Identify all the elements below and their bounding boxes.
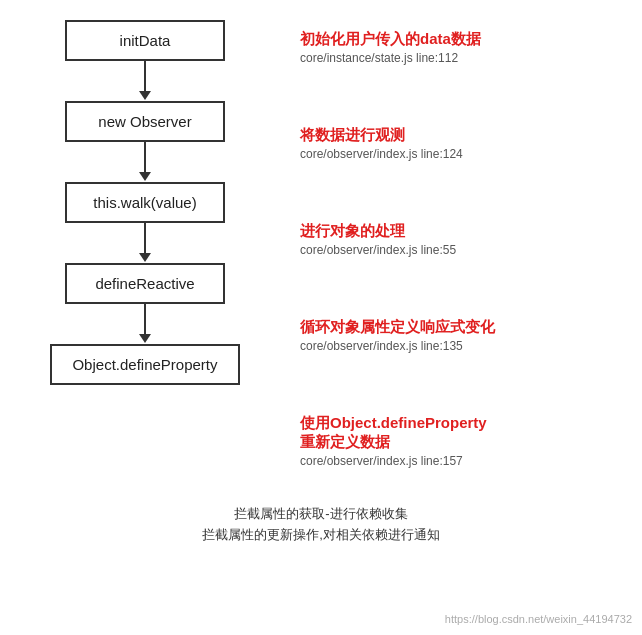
annotation-4-path: core/observer/index.js line:135 xyxy=(300,339,632,353)
annotation-5: 使用Object.defineProperty 重新定义数据 core/obse… xyxy=(300,414,632,484)
diagram-container: initData new Observer this.walk(value) d… xyxy=(0,0,642,494)
box-initData: initData xyxy=(65,20,225,61)
annotation-4-title: 循环对象属性定义响应式变化 xyxy=(300,318,632,337)
annotation-2: 将数据进行观测 core/observer/index.js line:124 xyxy=(300,126,632,182)
spacer-1 xyxy=(300,86,632,126)
bottom-note-2: 拦截属性的更新操作,对相关依赖进行通知 xyxy=(20,525,622,546)
spacer-4 xyxy=(300,374,632,414)
annotation-5-path: core/observer/index.js line:157 xyxy=(300,454,632,468)
arrow-3 xyxy=(139,223,151,263)
annotation-1-path: core/instance/state.js line:112 xyxy=(300,51,632,65)
annotation-1: 初始化用户传入的data数据 core/instance/state.js li… xyxy=(300,30,632,86)
box-defineProperty: Object.defineProperty xyxy=(50,344,239,385)
annotation-2-title: 将数据进行观测 xyxy=(300,126,632,145)
annotation-3: 进行对象的处理 core/observer/index.js line:55 xyxy=(300,222,632,278)
annotation-5-title: 使用Object.defineProperty 重新定义数据 xyxy=(300,414,632,452)
annotation-3-path: core/observer/index.js line:55 xyxy=(300,243,632,257)
arrow-4 xyxy=(139,304,151,344)
flow-column: initData new Observer this.walk(value) d… xyxy=(10,20,280,484)
spacer-3 xyxy=(300,278,632,318)
box-newObserver: new Observer xyxy=(65,101,225,142)
spacer-2 xyxy=(300,182,632,222)
box-thisWalk: this.walk(value) xyxy=(65,182,225,223)
annotation-4: 循环对象属性定义响应式变化 core/observer/index.js lin… xyxy=(300,318,632,374)
annotation-3-title: 进行对象的处理 xyxy=(300,222,632,241)
watermark: https://blog.csdn.net/weixin_44194732 xyxy=(445,613,632,625)
bottom-note-1: 拦截属性的获取-进行依赖收集 xyxy=(20,504,622,525)
annotation-2-path: core/observer/index.js line:124 xyxy=(300,147,632,161)
annotation-1-title: 初始化用户传入的data数据 xyxy=(300,30,632,49)
bottom-notes: 拦截属性的获取-进行依赖收集 拦截属性的更新操作,对相关依赖进行通知 xyxy=(0,504,642,546)
arrow-1 xyxy=(139,61,151,101)
annotations-column: 初始化用户传入的data数据 core/instance/state.js li… xyxy=(280,20,632,484)
arrow-2 xyxy=(139,142,151,182)
box-defineReactive: defineReactive xyxy=(65,263,225,304)
